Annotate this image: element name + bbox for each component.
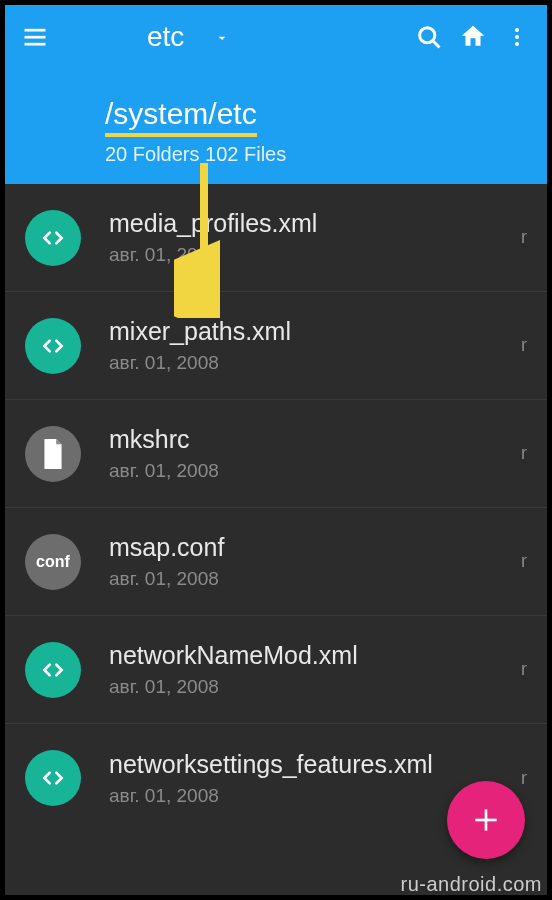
add-fab[interactable]: [447, 781, 525, 859]
folder-summary: 20 Folders 102 Files: [105, 143, 547, 166]
code-file-icon: [25, 318, 81, 374]
svg-rect-0: [25, 29, 46, 32]
file-name: msap.conf: [109, 533, 513, 562]
file-date: авг. 01, 2008: [109, 676, 513, 698]
file-date: авг. 01, 2008: [109, 352, 513, 374]
conf-file-icon: conf: [25, 534, 81, 590]
file-name: networksettings_features.xml: [109, 750, 513, 779]
file-date: авг. 01, 2008: [109, 460, 513, 482]
file-row[interactable]: mkshrcавг. 01, 2008r: [5, 400, 547, 508]
file-permission: r: [521, 768, 527, 789]
file-row[interactable]: networkNameMod.xmlавг. 01, 2008r: [5, 616, 547, 724]
svg-point-7: [515, 42, 519, 46]
chevron-down-icon: [214, 30, 230, 46]
menu-button[interactable]: [13, 15, 57, 59]
code-file-icon: [25, 642, 81, 698]
current-folder[interactable]: etc: [147, 21, 184, 53]
file-date: авг. 01, 2008: [109, 568, 513, 590]
search-button[interactable]: [407, 15, 451, 59]
doc-file-icon: [25, 426, 81, 482]
file-date: авг. 01, 2008: [109, 244, 513, 266]
svg-point-6: [515, 35, 519, 39]
breadcrumb-path[interactable]: /system/etc: [105, 97, 257, 137]
file-row[interactable]: mixer_paths.xmlавг. 01, 2008r: [5, 292, 547, 400]
more-vert-icon: [505, 25, 529, 49]
file-permission: r: [521, 659, 527, 680]
watermark: ru-android.com: [400, 873, 542, 896]
file-permission: r: [521, 551, 527, 572]
svg-rect-2: [25, 43, 46, 46]
home-button[interactable]: [451, 15, 495, 59]
plus-icon: [470, 804, 502, 836]
file-name: media_profiles.xml: [109, 209, 513, 238]
code-file-icon: [25, 750, 81, 806]
svg-point-5: [515, 28, 519, 32]
file-permission: r: [521, 443, 527, 464]
search-icon: [415, 23, 443, 51]
dropdown-button[interactable]: [214, 21, 230, 53]
file-name: mixer_paths.xml: [109, 317, 513, 346]
svg-line-4: [433, 41, 439, 47]
file-list: media_profiles.xmlавг. 01, 2008rmixer_pa…: [5, 184, 547, 832]
hamburger-icon: [21, 23, 49, 51]
home-icon: [458, 22, 488, 52]
file-permission: r: [521, 335, 527, 356]
file-permission: r: [521, 227, 527, 248]
file-name: mkshrc: [109, 425, 513, 454]
svg-point-3: [420, 28, 435, 43]
code-file-icon: [25, 210, 81, 266]
app-header: etc /system/etc 20 Folders 102 Files: [5, 5, 547, 184]
file-name: networkNameMod.xml: [109, 641, 513, 670]
overflow-button[interactable]: [495, 15, 539, 59]
file-row[interactable]: media_profiles.xmlавг. 01, 2008r: [5, 184, 547, 292]
svg-rect-1: [25, 36, 46, 39]
file-row[interactable]: confmsap.confавг. 01, 2008r: [5, 508, 547, 616]
